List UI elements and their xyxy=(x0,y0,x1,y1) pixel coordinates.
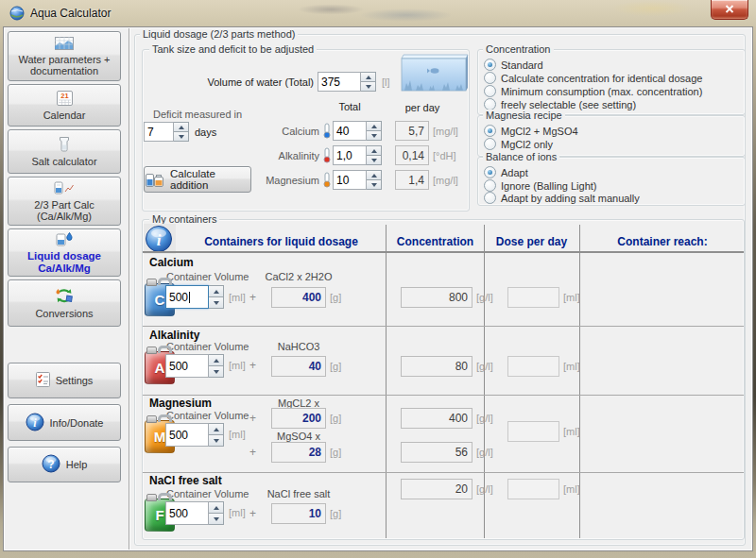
spin-down-button[interactable] xyxy=(361,82,376,92)
radio-label: Adapt by adding salt manually xyxy=(501,193,640,204)
spin-up-button[interactable] xyxy=(367,170,382,180)
deficit-measured-label: Deficit measured in xyxy=(153,109,242,120)
calcium-salt-amount-field: 400 xyxy=(271,287,326,308)
spin-up-button[interactable] xyxy=(209,354,224,366)
spin-down-button[interactable] xyxy=(367,180,382,190)
spin-up-button[interactable] xyxy=(367,145,382,156)
spin-up-button[interactable] xyxy=(209,423,224,435)
spin-up-button[interactable] xyxy=(174,122,189,132)
dose-unit: [ml] xyxy=(563,361,580,372)
close-x-icon xyxy=(725,4,734,15)
sidebar-item-salt-calculator[interactable]: Salt calculator xyxy=(8,129,121,174)
calcium-volume-input[interactable]: 500 xyxy=(165,285,209,309)
calculate-addition-label: Calculate addition xyxy=(170,168,250,191)
radio-icon xyxy=(484,85,496,97)
spin-up-button[interactable] xyxy=(209,501,224,514)
sidebar-item-help[interactable]: ? Help xyxy=(8,447,121,482)
per-day-column-header: per day xyxy=(386,102,459,113)
calcium-volume-stepper[interactable]: 500 xyxy=(165,285,224,309)
plus-sign: + xyxy=(249,359,256,372)
radio-identical-dosage[interactable]: Calculate concentration for identical do… xyxy=(484,72,702,84)
sidebar-item-label: Salt calculator xyxy=(31,156,96,167)
concentration-unit: [g/l] xyxy=(476,447,493,458)
magnesium-dose-field xyxy=(507,421,559,442)
sidebar-item-liquid-dosage[interactable]: Liquid dosageCa/Alk/Mg xyxy=(8,228,121,277)
spin-down-button[interactable] xyxy=(209,366,224,378)
nacl-volume-stepper[interactable]: 500 xyxy=(165,501,224,525)
radio-ignore-balling[interactable]: Ignore (Balling Light) xyxy=(484,179,597,192)
text-caret xyxy=(189,292,190,303)
spin-down-button[interactable] xyxy=(209,297,224,309)
nacl-volume-input[interactable]: 500 xyxy=(165,501,209,525)
radio-minimum-consumption[interactable]: Minimum consumption (max. concentration) xyxy=(484,85,702,97)
magnesium-salt2-concentration-field: 56 xyxy=(401,442,472,463)
tank-size-group-title: Tank size and deficit to be adjusted xyxy=(149,43,317,55)
container-letter: M xyxy=(154,429,166,445)
magnesium-total-stepper[interactable]: 10 xyxy=(333,170,382,190)
radio-icon xyxy=(484,72,496,84)
alkalinity-per-day-unit: [°dH] xyxy=(433,150,456,161)
spin-down-button[interactable] xyxy=(367,131,382,141)
magnesium-label: Magnesium xyxy=(248,175,319,186)
spin-up-button[interactable] xyxy=(361,72,376,82)
sidebar-item-conversions[interactable]: Conversions xyxy=(8,279,121,327)
radio-standard[interactable]: Standard xyxy=(484,59,543,71)
alkalinity-volume-stepper[interactable]: 500 xyxy=(165,354,224,378)
svg-text:i: i xyxy=(157,231,162,249)
volume-unit: [ml] xyxy=(229,507,246,518)
magnesium-per-day-field: 1,4 xyxy=(395,170,429,190)
radio-adapt-salt-manually[interactable]: Adapt by adding salt manually xyxy=(484,192,640,204)
alkalinity-total-input[interactable]: 1,0 xyxy=(333,145,367,165)
spin-down-button[interactable] xyxy=(367,156,382,165)
calcium-label: Calcium xyxy=(248,126,319,137)
sidebar-item-calendar[interactable]: 21 Calendar xyxy=(8,84,121,127)
spin-down-button[interactable] xyxy=(209,435,224,447)
close-button[interactable] xyxy=(711,0,748,20)
dose-unit: [ml] xyxy=(563,292,580,303)
titlebar xyxy=(0,0,756,26)
radio-mgcl2-mgso4[interactable]: MgCl2 + MgSO4 xyxy=(484,125,578,137)
radio-label: Adapt xyxy=(501,167,528,178)
amount-unit: [g] xyxy=(330,361,341,372)
spin-up-button[interactable] xyxy=(367,121,382,131)
alkalinity-total-stepper[interactable]: 1,0 xyxy=(333,145,382,165)
spin-down-button[interactable] xyxy=(209,514,224,525)
calculate-addition-button[interactable]: Calculate addition xyxy=(144,166,251,193)
calcium-per-day-unit: [mg/l] xyxy=(433,126,458,137)
spin-up-button[interactable] xyxy=(209,285,224,297)
radio-mgcl2-only[interactable]: MgCl2 only xyxy=(484,138,553,150)
nacl-salt-amount-field: 10 xyxy=(271,503,326,524)
magnesium-volume-stepper[interactable]: 500 xyxy=(165,423,224,447)
section-divider xyxy=(143,326,744,327)
sidebar-item-water-parameters[interactable]: Water parameters +documentation xyxy=(8,31,121,81)
radio-adapt[interactable]: Adapt xyxy=(484,166,528,178)
magnesium-total-input[interactable]: 10 xyxy=(333,170,367,190)
radio-icon xyxy=(484,138,496,150)
container-volume-label: Container Volume xyxy=(166,488,249,499)
balance-group-title: Balance of ions xyxy=(483,151,559,162)
sidebar-item-23-part-calc[interactable]: 2/3 Part Calc(Ca/Alk/Mg) xyxy=(8,177,121,226)
calendar-21-icon: 21 xyxy=(57,91,73,108)
aquarium-image xyxy=(401,54,469,94)
spin-down-button[interactable] xyxy=(174,132,189,142)
deficit-days-stepper[interactable]: 7 xyxy=(144,122,189,142)
alkalinity-volume-input[interactable]: 500 xyxy=(165,354,209,378)
section-title-magnesium: Magnesium xyxy=(149,397,212,410)
magnesia-group-title: Magnesia recipe xyxy=(483,110,565,121)
calcium-salt-label: CaCl2 x 2H2O xyxy=(265,271,333,282)
sidebar-item-settings[interactable]: Settings xyxy=(8,363,121,398)
deficit-days-input[interactable]: 7 xyxy=(144,122,174,142)
volume-of-water-input[interactable]: 375 xyxy=(318,72,361,92)
calcium-total-input[interactable]: 40 xyxy=(333,121,367,141)
dose-unit: [ml] xyxy=(563,483,580,495)
radio-label: freely selectable (see setting) xyxy=(501,99,636,110)
sidebar-item-label: Info/Donate xyxy=(50,417,104,429)
thermometer-icon xyxy=(323,147,331,165)
volume-unit: [ml] xyxy=(229,429,246,440)
sidebar-item-info-donate[interactable]: i Info/Donate xyxy=(8,404,121,441)
recycle-arrows-icon xyxy=(54,287,75,306)
concentration-unit: [g/l] xyxy=(476,292,493,303)
volume-of-water-stepper[interactable]: 375 xyxy=(318,72,376,92)
magnesium-volume-input[interactable]: 500 xyxy=(165,423,209,447)
calcium-total-stepper[interactable]: 40 xyxy=(333,121,382,141)
